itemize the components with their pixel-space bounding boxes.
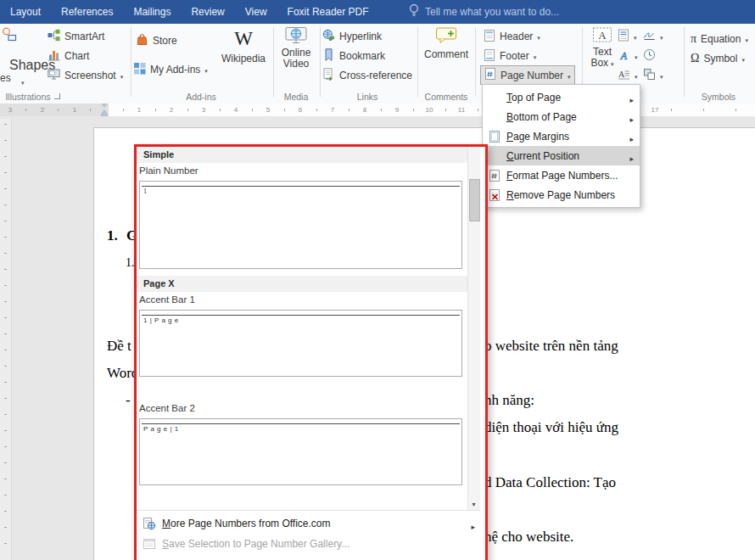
group-label-media: Media: [275, 92, 317, 102]
page-number-button[interactable]: Page Number: [480, 65, 575, 85]
chevron-down-icon: [204, 64, 208, 76]
ribbon-tab-layout[interactable]: Layout: [0, 0, 51, 24]
vertical-ruler[interactable]: [0, 119, 12, 560]
online-video-button[interactable]: Online Video: [275, 26, 317, 70]
ruler-number: 7: [331, 106, 334, 114]
ruler-number: 9: [395, 106, 399, 114]
chevron-down-icon: [120, 70, 124, 81]
bookmark-button[interactable]: Bookmark: [322, 48, 385, 64]
ruler-number: 10: [426, 106, 433, 114]
scrollbar-down-button[interactable]: [468, 498, 479, 510]
submenu-arrow-icon: [629, 113, 634, 125]
horizontal-ruler[interactable]: 3 2 1 1 2 3 4 5 6 7 8 9 10 11 12 13 14 1…: [0, 104, 755, 116]
doc-heading-number: 1.: [107, 227, 118, 244]
smartart-button[interactable]: SmartArt: [48, 29, 104, 44]
doc-text-fragment: hệ cho website.: [484, 529, 573, 546]
save-gallery-icon: [137, 537, 162, 551]
hyperlink-button[interactable]: Hyperlink: [322, 29, 382, 44]
cross-reference-icon: [322, 68, 335, 83]
preview-text: 1 | P a g e: [143, 316, 179, 324]
preview-rule: [142, 186, 460, 187]
svg-text:A: A: [598, 29, 607, 42]
lightbulb-icon: [409, 3, 419, 20]
wordart-button[interactable]: A: [618, 48, 638, 64]
date-time-button[interactable]: [643, 48, 656, 64]
chevron-down-icon: [537, 31, 540, 42]
group-label-comments: Comments: [419, 92, 473, 102]
smartart-icon: [48, 29, 60, 44]
ribbon-tab-view[interactable]: View: [235, 0, 277, 24]
ruler-number: 2: [41, 106, 44, 114]
object-button[interactable]: [643, 68, 663, 83]
footer-icon: [484, 48, 495, 64]
symbol-button[interactable]: Ω Symbol: [691, 51, 745, 66]
submenu-arrow-icon: [629, 152, 634, 164]
tell-me-box[interactable]: Tell me what you want to do...: [409, 0, 559, 24]
store-button[interactable]: Store: [136, 33, 177, 48]
ruler-number: 5: [266, 106, 270, 114]
wikipedia-button[interactable]: W Wikipedia: [217, 25, 270, 64]
text-box-icon: A: [592, 26, 612, 47]
quick-parts-button[interactable]: [618, 29, 637, 44]
gallery-item-accent-bar-1[interactable]: 1 | P a g e: [139, 310, 462, 377]
menu-item-bottom-of-page[interactable]: Bottom of Page: [483, 107, 640, 126]
svg-text:A: A: [620, 50, 628, 62]
screenshot-button[interactable]: Screenshot: [48, 68, 123, 83]
gallery-item-plain-number[interactable]: 1: [139, 181, 462, 269]
my-addins-button[interactable]: My Add-ins: [133, 62, 208, 77]
chevron-down-icon: [635, 70, 638, 81]
doc-list-dash: -: [126, 392, 131, 409]
chart-button[interactable]: Chart: [48, 48, 89, 64]
scrollbar-thumb[interactable]: [469, 179, 480, 221]
left-indent-marker[interactable]: [101, 114, 108, 116]
gallery-scrollbar[interactable]: [467, 147, 480, 510]
my-addins-icon: [133, 62, 146, 77]
ruler-number: 11: [458, 106, 465, 114]
ribbon-tab-references[interactable]: References: [51, 0, 123, 24]
menu-item-format-page-numbers[interactable]: Format Page Numbers...: [483, 165, 640, 185]
chevron-down-icon: [741, 53, 745, 64]
more-page-numbers-item[interactable]: More Page Numbers from Office.com: [137, 513, 480, 534]
first-line-indent-marker[interactable]: [101, 104, 108, 108]
header-icon: [484, 29, 495, 45]
group-label-illustrations: Illustrations: [0, 92, 56, 102]
shapes-icon: [2, 27, 17, 46]
text-box-button[interactable]: A Text Box: [584, 26, 621, 69]
page-number-icon: [484, 67, 496, 83]
ruler-number: 1: [73, 106, 76, 114]
footer-button[interactable]: Footer: [484, 48, 536, 64]
gallery-item-label: Plain Number: [139, 165, 199, 176]
dialog-launcher-icon[interactable]: [54, 93, 60, 99]
ruler-ticks: [25, 109, 109, 111]
doc-text-fragment: nh năng:: [484, 392, 534, 409]
header-button[interactable]: Header: [484, 29, 540, 44]
equation-button[interactable]: π Equation: [691, 31, 748, 47]
submenu-arrow-icon: [471, 520, 475, 532]
menu-item-page-margins[interactable]: Page Margins: [483, 126, 640, 146]
group-label-links: Links: [341, 92, 394, 102]
chevron-down-icon: [568, 70, 571, 81]
ribbon-tab-mailings[interactable]: Mailings: [123, 0, 181, 24]
signature-line-button[interactable]: [643, 29, 663, 44]
drop-cap-button[interactable]: A: [618, 68, 638, 83]
preview-rule: [142, 315, 460, 316]
preview-text: 1: [143, 188, 148, 195]
ruler-number: 3: [8, 106, 12, 114]
wikipedia-icon: W: [234, 25, 253, 53]
ruler-number: 3: [202, 106, 205, 114]
comment-button[interactable]: Comment: [419, 26, 473, 60]
gallery-item-label: Accent Bar 1: [139, 294, 195, 305]
doc-subitem-number: 1.: [126, 256, 135, 270]
menu-item-remove-page-numbers[interactable]: Remove Page Numbers: [483, 185, 640, 204]
gallery-item-accent-bar-2[interactable]: P a g e | 1: [139, 418, 462, 485]
ribbon-tab-review[interactable]: Review: [181, 0, 234, 24]
menu-item-top-of-page[interactable]: Top of Page: [483, 87, 640, 107]
online-video-icon: [285, 26, 307, 48]
svg-text:A: A: [618, 70, 625, 79]
cross-reference-button[interactable]: Cross-reference: [322, 68, 412, 83]
menu-item-current-position[interactable]: Current Position: [483, 146, 640, 165]
group-label-addins: Add-ins: [173, 92, 229, 102]
doc-text-fragment: d Data Collection: Tạo: [484, 474, 616, 491]
bookmark-icon: [322, 48, 335, 64]
ribbon-tab-foxit-reader-pdf[interactable]: Foxit Reader PDF: [277, 0, 379, 24]
